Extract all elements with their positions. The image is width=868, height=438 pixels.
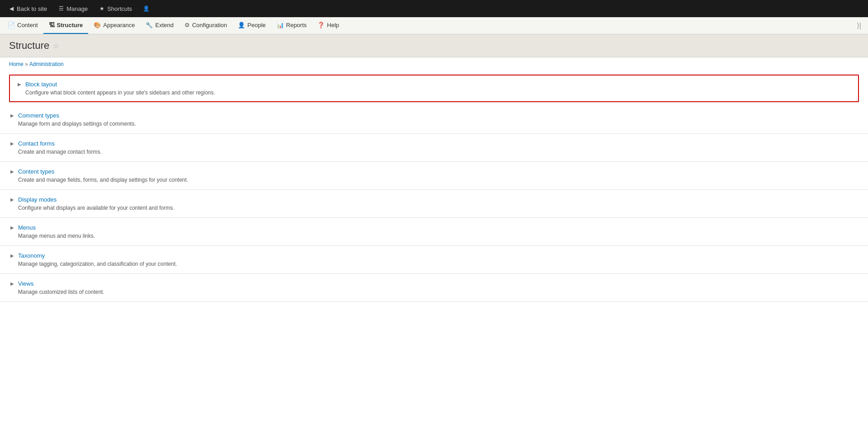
block-layout-link[interactable]: ▶ Block layout	[16, 81, 852, 88]
block-layout-arrow: ▶	[16, 81, 23, 88]
menus-arrow: ▶	[9, 225, 15, 231]
page-title: Structure ☆	[9, 40, 859, 52]
contact-forms-item: ▶ Contact forms Create and manage contac…	[0, 134, 868, 162]
admin-toolbar: ◀ Back to site ☰ Manage ★ Shortcuts 👤	[0, 0, 868, 17]
views-arrow: ▶	[9, 281, 15, 287]
taxonomy-item: ▶ Taxonomy Manage tagging, categorizatio…	[0, 246, 868, 274]
nav-item-reports[interactable]: 📊 Reports	[271, 17, 312, 34]
favorite-icon[interactable]: ☆	[53, 42, 59, 50]
sidebar-toggle[interactable]: ⟩|	[852, 17, 866, 34]
nav-item-content[interactable]: 📄 Content	[2, 17, 43, 34]
page-header: Structure ☆	[0, 34, 868, 57]
nav-item-people[interactable]: 👤 People	[232, 17, 271, 34]
block-layout-item: ▶ Block layout Configure what block cont…	[9, 75, 859, 102]
user-button[interactable]: 👤	[138, 0, 156, 17]
content-types-arrow: ▶	[9, 169, 15, 175]
content-nav-icon: 📄	[8, 22, 15, 28]
manage-button[interactable]: ☰ Manage	[53, 0, 92, 17]
views-link[interactable]: ▶ Views	[9, 280, 859, 287]
content-types-link[interactable]: ▶ Content types	[9, 168, 859, 175]
views-item: ▶ Views Manage customized lists of conte…	[0, 274, 868, 302]
star-toolbar-icon: ★	[99, 5, 105, 12]
contact-forms-arrow: ▶	[9, 141, 15, 147]
content-area: ▶ Block layout Configure what block cont…	[0, 75, 868, 302]
user-icon: 👤	[143, 5, 149, 12]
display-modes-arrow: ▶	[9, 197, 15, 203]
breadcrumb-admin[interactable]: Administration	[29, 61, 64, 67]
shortcuts-button[interactable]: ★ Shortcuts	[94, 0, 137, 17]
contact-forms-link[interactable]: ▶ Contact forms	[9, 140, 859, 147]
extend-nav-icon: 🔧	[146, 22, 153, 28]
views-desc: Manage customized lists of content.	[9, 289, 859, 295]
comment-types-desc: Manage form and displays settings of com…	[9, 121, 859, 127]
configuration-nav-icon: ⚙	[184, 22, 190, 28]
taxonomy-arrow: ▶	[9, 253, 15, 259]
breadcrumb-home[interactable]: Home	[9, 61, 24, 67]
nav-item-structure[interactable]: 🏗 Structure	[43, 17, 89, 34]
main-nav: 📄 Content 🏗 Structure 🎨 Appearance 🔧 Ext…	[0, 17, 868, 34]
back-to-site-button[interactable]: ◀ Back to site	[4, 0, 52, 17]
manage-icon: ☰	[58, 5, 64, 12]
display-modes-desc: Configure what displays are available fo…	[9, 205, 859, 211]
display-modes-item: ▶ Display modes Configure what displays …	[0, 190, 868, 218]
nav-item-configuration[interactable]: ⚙ Configuration	[179, 17, 232, 34]
nav-item-extend[interactable]: 🔧 Extend	[140, 17, 179, 34]
comment-types-item: ▶ Comment types Manage form and displays…	[0, 106, 868, 134]
menus-link[interactable]: ▶ Menus	[9, 224, 859, 231]
content-types-desc: Create and manage fields, forms, and dis…	[9, 177, 859, 183]
help-nav-icon: ❓	[317, 22, 325, 28]
nav-item-help[interactable]: ❓ Help	[312, 17, 344, 34]
comment-types-link[interactable]: ▶ Comment types	[9, 112, 859, 119]
comment-types-arrow: ▶	[9, 113, 15, 119]
menus-desc: Manage menus and menu links.	[9, 233, 859, 239]
back-icon: ◀	[8, 5, 14, 12]
people-nav-icon: 👤	[238, 22, 245, 28]
content-types-item: ▶ Content types Create and manage fields…	[0, 162, 868, 190]
appearance-nav-icon: 🎨	[94, 22, 101, 28]
contact-forms-desc: Create and manage contact forms.	[9, 149, 859, 155]
structure-nav-icon: 🏗	[49, 22, 55, 28]
taxonomy-link[interactable]: ▶ Taxonomy	[9, 252, 859, 259]
breadcrumb: Home » Administration	[0, 57, 868, 71]
display-modes-link[interactable]: ▶ Display modes	[9, 196, 859, 203]
nav-item-appearance[interactable]: 🎨 Appearance	[88, 17, 140, 34]
reports-nav-icon: 📊	[277, 22, 284, 28]
block-layout-desc: Configure what block content appears in …	[16, 89, 852, 96]
taxonomy-desc: Manage tagging, categorization, and clas…	[9, 261, 859, 267]
menus-item: ▶ Menus Manage menus and menu links.	[0, 218, 868, 246]
